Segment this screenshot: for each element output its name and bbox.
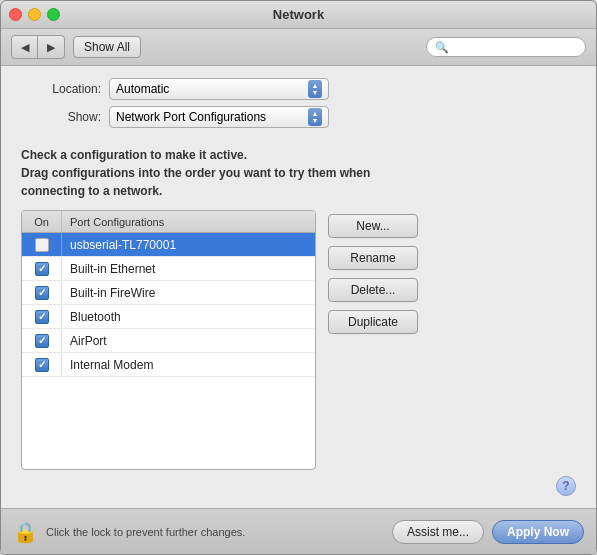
checkbox-cell-1 bbox=[22, 257, 62, 280]
location-row: Location: Automatic ▲ ▼ bbox=[21, 78, 576, 100]
checkbox-cell-5 bbox=[22, 353, 62, 376]
show-label: Show: bbox=[21, 110, 101, 124]
port-name-4: AirPort bbox=[62, 334, 107, 348]
maximize-button[interactable] bbox=[47, 8, 60, 21]
list-item[interactable]: Built-in FireWire bbox=[22, 281, 315, 305]
info-line2: Drag configurations into the order you w… bbox=[21, 166, 370, 180]
show-all-button[interactable]: Show All bbox=[73, 36, 141, 58]
location-value: Automatic bbox=[116, 82, 169, 96]
search-input[interactable] bbox=[453, 40, 577, 54]
buttons-panel: New... Rename Delete... Duplicate bbox=[328, 210, 418, 470]
list-item[interactable]: Bluetooth bbox=[22, 305, 315, 329]
checkbox-1[interactable] bbox=[35, 262, 49, 276]
new-button[interactable]: New... bbox=[328, 214, 418, 238]
main-panel: On Port Configurations usbserial-TL77000… bbox=[21, 210, 576, 470]
footer: 🔒 Click the lock to prevent further chan… bbox=[1, 508, 596, 554]
search-icon: 🔍 bbox=[435, 41, 449, 54]
list-item[interactable]: AirPort bbox=[22, 329, 315, 353]
footer-text: Click the lock to prevent further change… bbox=[46, 526, 384, 538]
checkbox-5[interactable] bbox=[35, 358, 49, 372]
checkbox-2[interactable] bbox=[35, 286, 49, 300]
port-list-container: On Port Configurations usbserial-TL77000… bbox=[21, 210, 316, 470]
port-name-3: Bluetooth bbox=[62, 310, 121, 324]
delete-button[interactable]: Delete... bbox=[328, 278, 418, 302]
checkbox-cell-3 bbox=[22, 305, 62, 328]
port-name-2: Built-in FireWire bbox=[62, 286, 155, 300]
show-row: Show: Network Port Configurations ▲ ▼ bbox=[21, 106, 576, 128]
apply-button[interactable]: Apply Now bbox=[492, 520, 584, 544]
info-line1: Check a configuration to make it active. bbox=[21, 148, 247, 162]
search-box[interactable]: 🔍 bbox=[426, 37, 586, 57]
network-preferences-window: Network ◀ ▶ Show All 🔍 Location: Automat… bbox=[0, 0, 597, 555]
checkbox-cell-2 bbox=[22, 281, 62, 304]
bottom-area: ? bbox=[21, 470, 576, 496]
content-area: Location: Automatic ▲ ▼ Show: Network Po… bbox=[1, 66, 596, 508]
checkbox-cell-4 bbox=[22, 329, 62, 352]
window-title: Network bbox=[273, 7, 324, 22]
show-select[interactable]: Network Port Configurations ▲ ▼ bbox=[109, 106, 329, 128]
assist-button[interactable]: Assist me... bbox=[392, 520, 484, 544]
nav-buttons: ◀ ▶ bbox=[11, 35, 65, 59]
port-name-0: usbserial-TL770001 bbox=[62, 238, 176, 252]
checkbox-4[interactable] bbox=[35, 334, 49, 348]
list-item[interactable]: usbserial-TL770001 bbox=[22, 233, 315, 257]
port-name-1: Built-in Ethernet bbox=[62, 262, 155, 276]
checkbox-0[interactable] bbox=[35, 238, 49, 252]
port-name-5: Internal Modem bbox=[62, 358, 153, 372]
help-button[interactable]: ? bbox=[556, 476, 576, 496]
list-item[interactable]: Built-in Ethernet bbox=[22, 257, 315, 281]
list-header: On Port Configurations bbox=[22, 211, 315, 233]
location-label: Location: bbox=[21, 82, 101, 96]
toolbar: ◀ ▶ Show All 🔍 bbox=[1, 29, 596, 66]
duplicate-button[interactable]: Duplicate bbox=[328, 310, 418, 334]
rename-button[interactable]: Rename bbox=[328, 246, 418, 270]
minimize-button[interactable] bbox=[28, 8, 41, 21]
location-arrow-icon: ▲ ▼ bbox=[308, 80, 322, 98]
show-value: Network Port Configurations bbox=[116, 110, 266, 124]
close-button[interactable] bbox=[9, 8, 22, 21]
checkbox-3[interactable] bbox=[35, 310, 49, 324]
titlebar: Network bbox=[1, 1, 596, 29]
checkbox-cell-0 bbox=[22, 233, 62, 256]
header-config: Port Configurations bbox=[62, 216, 164, 228]
location-select[interactable]: Automatic ▲ ▼ bbox=[109, 78, 329, 100]
show-arrow-icon: ▲ ▼ bbox=[308, 108, 322, 126]
back-button[interactable]: ◀ bbox=[12, 36, 38, 58]
info-text: Check a configuration to make it active.… bbox=[21, 146, 576, 200]
forward-button[interactable]: ▶ bbox=[38, 36, 64, 58]
window-controls bbox=[9, 8, 60, 21]
info-line3: connecting to a network. bbox=[21, 184, 162, 198]
lock-icon[interactable]: 🔒 bbox=[13, 520, 38, 544]
header-on: On bbox=[22, 211, 62, 232]
list-item[interactable]: Internal Modem bbox=[22, 353, 315, 377]
